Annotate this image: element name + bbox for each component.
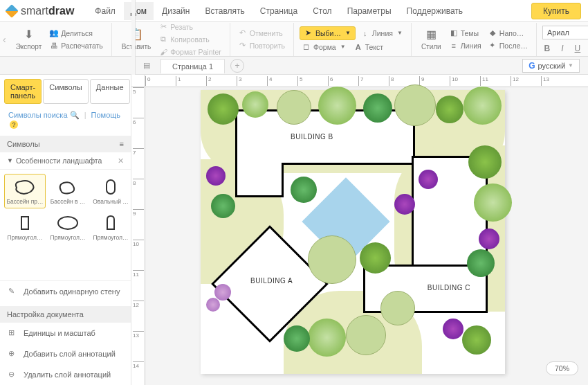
fill-button[interactable]: ◆Напо… bbox=[486, 28, 531, 39]
landscape-plan: BUILDING B BUILDING A BUILDING C bbox=[201, 90, 505, 374]
cut-icon: ✂ bbox=[159, 23, 167, 31]
effects-button[interactable]: ✦После… bbox=[486, 40, 531, 51]
menu-support[interactable]: Поддерживать bbox=[400, 2, 470, 20]
copy-icon: ⧉ bbox=[159, 35, 167, 44]
line-icon: ↓ bbox=[361, 29, 369, 37]
symbol-pool-freeform[interactable]: Бассейн пр… bbox=[4, 174, 46, 208]
drawing-page[interactable]: BUILDING B BUILDING A BUILDING C bbox=[201, 90, 505, 374]
menu-file[interactable]: Файл bbox=[88, 2, 122, 20]
shape-tool[interactable]: ◻Форма▼ bbox=[300, 42, 349, 53]
symbol-oval[interactable]: Овальный … bbox=[90, 174, 131, 208]
building-c-label: BUILDING C bbox=[428, 284, 470, 292]
svg-rect-0 bbox=[107, 180, 115, 194]
symbol-category[interactable]: ▼ Особенности ландшафта ✕ bbox=[0, 152, 131, 170]
text-icon: A bbox=[354, 43, 362, 51]
line-tool[interactable]: ↓Линия▼ bbox=[358, 26, 405, 40]
building-a-label: BUILDING A bbox=[250, 277, 293, 285]
text-tool[interactable]: AТекст bbox=[351, 42, 386, 53]
themes-button[interactable]: ◧Темы bbox=[447, 28, 484, 39]
symbol-rect-2[interactable]: Прямоугол… bbox=[47, 210, 89, 244]
bold-button[interactable]: B bbox=[542, 44, 552, 53]
panel-links: Символы поиска 🔍 | Помощь ? bbox=[0, 104, 131, 136]
logo-icon bbox=[5, 4, 19, 18]
brush-icon: 🖌 bbox=[159, 48, 167, 56]
language-select[interactable]: G русский ▼ bbox=[522, 59, 580, 73]
add-wall-button[interactable]: ✎ Добавить одинарную стену bbox=[0, 281, 131, 302]
font-family-select[interactable]: Ариал▼ bbox=[542, 26, 588, 39]
select-tool[interactable]: ➤Выби…▼ bbox=[300, 26, 356, 40]
theme-icon: ◧ bbox=[450, 29, 458, 37]
google-icon: G bbox=[529, 61, 535, 71]
symbols-header: Символы ≡ bbox=[0, 136, 131, 152]
help-link[interactable]: Помощь bbox=[91, 111, 121, 119]
search-symbols-link[interactable]: Символы поиска 🔍 bbox=[8, 111, 80, 119]
share-button[interactable]: 👥Делиться bbox=[47, 28, 106, 39]
menu-icon[interactable]: ≡ bbox=[120, 140, 124, 148]
tab-data[interactable]: Данные bbox=[90, 79, 130, 104]
zoom-indicator[interactable]: 70% bbox=[546, 361, 578, 375]
units-button[interactable]: ⊞ Единицы и масштаб bbox=[0, 323, 131, 343]
ruler-vertical: 567891011121314 bbox=[131, 87, 145, 385]
svg-rect-1 bbox=[21, 217, 28, 229]
menu-design[interactable]: Дизайн bbox=[155, 2, 196, 20]
paste-button[interactable]: 📋Вставить bbox=[118, 26, 155, 52]
close-category-button[interactable]: ✕ bbox=[118, 156, 124, 165]
ruler-icon: ⊞ bbox=[8, 328, 18, 338]
styles-button[interactable]: ▦Стили bbox=[417, 26, 445, 52]
chevron-down-icon: ▼ bbox=[7, 157, 13, 164]
menu-page[interactable]: Страница bbox=[253, 2, 304, 20]
menu-home[interactable]: Дом bbox=[124, 2, 154, 20]
add-page-button[interactable]: + bbox=[230, 59, 244, 73]
symbol-pool-kidney[interactable]: Бассейн в … bbox=[47, 174, 89, 208]
menu-insert[interactable]: Вставлять bbox=[198, 2, 251, 20]
ruler-corner bbox=[131, 75, 145, 87]
canvas[interactable]: 012345678910111213 567891011121314 BUILD… bbox=[131, 75, 588, 385]
format-painter-button[interactable]: 🖌Формат Painter bbox=[156, 46, 224, 57]
print-button[interactable]: 🖶Распечатать bbox=[47, 40, 106, 51]
cursor-icon: ➤ bbox=[304, 29, 313, 37]
wall-icon: ✎ bbox=[8, 287, 18, 296]
text-format-tools: B I U x₂ x² A Ω bbox=[542, 41, 588, 53]
ruler-horizontal: 012345678910111213 bbox=[145, 75, 588, 87]
menu-table[interactable]: Стол bbox=[306, 2, 338, 20]
delete-layer-icon: ⊖ bbox=[8, 370, 18, 379]
undo-button[interactable]: ↶Отменить bbox=[236, 28, 288, 39]
export-button[interactable]: ⬇Экспорт bbox=[12, 26, 46, 52]
menubar: Файл Дом Дизайн Вставлять Страница Стол … bbox=[88, 2, 470, 20]
svg-point-2 bbox=[58, 217, 77, 229]
doc-settings-header: Настройка документа bbox=[0, 306, 131, 323]
symbol-rect-1[interactable]: Прямоугол… bbox=[4, 210, 46, 244]
underline-button[interactable]: U bbox=[573, 44, 582, 53]
print-icon: 🖶 bbox=[50, 42, 58, 50]
line-style-button[interactable]: ≡Линия bbox=[447, 40, 484, 51]
left-panel: Смарт-панель Символы Данные ✕ Символы по… bbox=[0, 75, 131, 385]
document-tabs: ▤ Страница 1 + G русский ▼ bbox=[0, 57, 588, 75]
add-annotation-layer-button[interactable]: ⊕ Добавить слой аннотаций bbox=[0, 343, 131, 364]
shape-icon: ◻ bbox=[302, 43, 311, 51]
share-icon: 👥 bbox=[50, 29, 58, 37]
panel-actions: ✎ Добавить одинарную стену Настройка док… bbox=[0, 280, 131, 385]
tab-symbols[interactable]: Символы bbox=[43, 79, 89, 104]
ribbon: ‹ ⬇Экспорт 👥Делиться 🖶Распечатать 📋Встав… bbox=[0, 22, 588, 57]
cut-button[interactable]: ✂Резать bbox=[156, 21, 224, 33]
buy-button[interactable]: Купить bbox=[531, 3, 581, 19]
top-menubar: smartdraw Файл Дом Дизайн Вставлять Стра… bbox=[0, 0, 588, 22]
line-style-icon: ≡ bbox=[450, 42, 458, 50]
italic-button[interactable]: I bbox=[558, 44, 567, 53]
page-tab-1[interactable]: Страница 1 bbox=[160, 59, 225, 73]
effects-icon: ✦ bbox=[488, 42, 497, 50]
tab-smart-panel[interactable]: Смарт-панель bbox=[4, 79, 42, 104]
main-area: Смарт-панель Символы Данные ✕ Символы по… bbox=[0, 75, 588, 385]
delete-annotation-layer-button[interactable]: ⊖ Удалить слой аннотаций bbox=[0, 364, 131, 385]
undo-icon: ↶ bbox=[239, 29, 247, 37]
help-icon: ? bbox=[10, 120, 18, 129]
menu-options[interactable]: Параметры bbox=[340, 2, 398, 20]
home-icon[interactable]: ▤ bbox=[138, 57, 155, 74]
symbol-rect-3[interactable]: Прямоугол… bbox=[90, 210, 131, 244]
symbol-grid: Бассейн пр… Бассейн в … Овальный … Прямо… bbox=[0, 170, 131, 249]
redo-button[interactable]: ↷Повторить bbox=[236, 40, 288, 51]
copy-button[interactable]: ⧉Копировать bbox=[156, 34, 224, 45]
app-logo: smartdraw bbox=[7, 5, 74, 17]
download-icon: ⬇ bbox=[22, 28, 35, 40]
building-b-label: BUILDING B bbox=[291, 133, 333, 141]
